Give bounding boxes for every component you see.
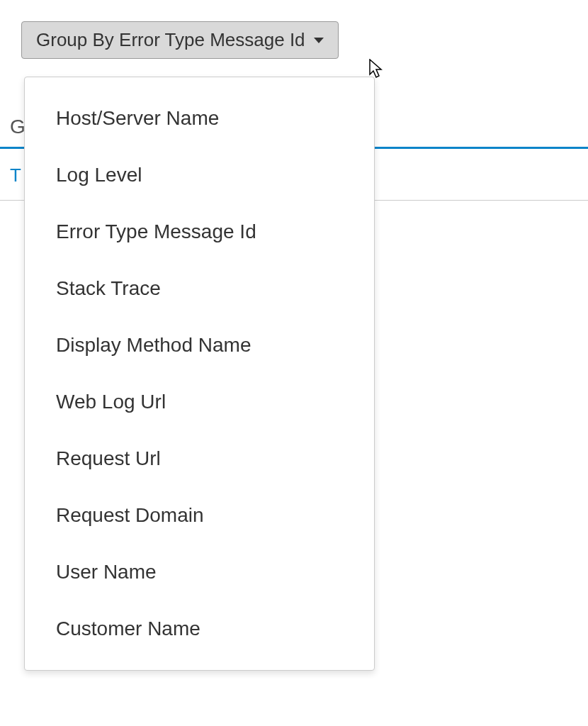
dropdown-item-label: Stack Trace (56, 277, 161, 299)
caret-down-icon (314, 38, 324, 43)
dropdown-item-label: Log Level (56, 164, 142, 186)
dropdown-item-web-log-url[interactable]: Web Log Url (25, 374, 374, 430)
dropdown-item-label: Display Method Name (56, 334, 251, 356)
dropdown-item-error-type-message-id[interactable]: Error Type Message Id (25, 203, 374, 260)
group-by-button-label: Group By Error Type Message Id (36, 29, 305, 51)
dropdown-item-user-name[interactable]: User Name (25, 544, 374, 601)
mouse-cursor-icon (369, 59, 385, 82)
background-partial-text-1: G (10, 116, 26, 138)
dropdown-item-label: User Name (56, 561, 157, 583)
background-partial-text-2: T (10, 164, 21, 186)
dropdown-item-display-method-name[interactable]: Display Method Name (25, 317, 374, 374)
dropdown-item-label: Host/Server Name (56, 107, 219, 129)
dropdown-item-label: Web Log Url (56, 391, 166, 413)
dropdown-item-host-server-name[interactable]: Host/Server Name (25, 90, 374, 147)
dropdown-item-request-url[interactable]: Request Url (25, 430, 374, 487)
dropdown-item-label: Error Type Message Id (56, 220, 256, 242)
dropdown-item-request-domain[interactable]: Request Domain (25, 487, 374, 544)
dropdown-item-stack-trace[interactable]: Stack Trace (25, 260, 374, 317)
dropdown-item-log-level[interactable]: Log Level (25, 147, 374, 203)
dropdown-item-label: Customer Name (56, 618, 200, 640)
dropdown-item-label: Request Url (56, 447, 161, 469)
group-by-dropdown-menu: Host/Server Name Log Level Error Type Me… (24, 77, 375, 671)
dropdown-item-customer-name[interactable]: Customer Name (25, 601, 374, 657)
dropdown-item-label: Request Domain (56, 504, 204, 526)
group-by-button[interactable]: Group By Error Type Message Id (21, 21, 339, 59)
